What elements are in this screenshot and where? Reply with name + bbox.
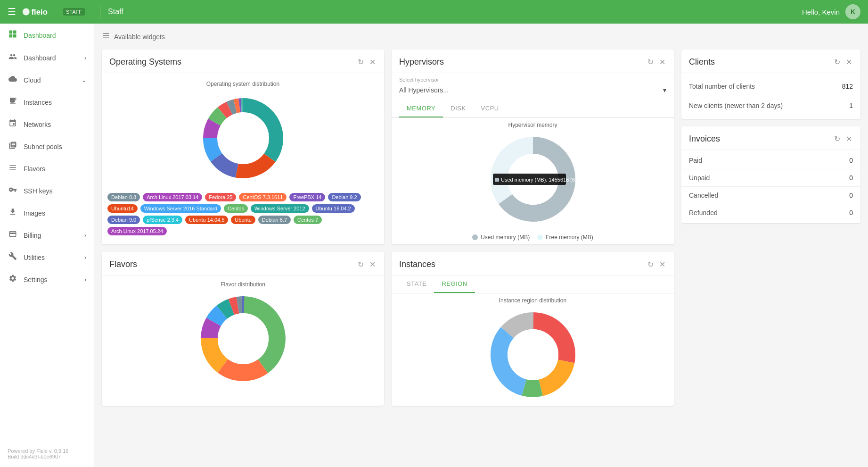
os-tag: Centos: [224, 204, 248, 213]
sidebar-item-subnet-pools[interactable]: Subnet pools: [0, 135, 94, 158]
legend-used-dot: [472, 234, 478, 240]
navbar-title: Staff: [108, 8, 123, 16]
os-tags-container: Debian 8.8 Arch Linux 2017.03.14 Fedora …: [102, 189, 384, 241]
invoices-widget-header: Invoices ↻ ✕: [681, 126, 860, 150]
select-label: Select hypervisor: [399, 77, 666, 83]
invoices-refresh-button[interactable]: ↻: [833, 134, 841, 144]
instances-close-button[interactable]: ✕: [658, 260, 666, 269]
os-widget-title: Operating Systems: [109, 57, 357, 67]
os-widget-body: Operating system distribution: [102, 73, 384, 189]
instances-donut-chart: [481, 308, 585, 402]
instances-widget-actions: ↻ ✕: [647, 260, 666, 269]
billing-arrow: ›: [84, 232, 86, 239]
tab-disk[interactable]: DISK: [443, 100, 473, 117]
invoice-cancelled-value: 0: [849, 192, 853, 199]
legend-free-label: Free memory (MB): [546, 234, 593, 241]
clients-refresh-button[interactable]: ↻: [833, 58, 841, 67]
select-value: All Hypervisors...: [399, 86, 449, 94]
menu-icon[interactable]: ☰: [8, 6, 16, 17]
instances-widget-header: Instances ↻ ✕: [392, 252, 674, 275]
os-tag: CentOS 7.3.1611: [239, 193, 287, 201]
hypervisors-refresh-button[interactable]: ↻: [647, 58, 655, 67]
flavors-widget-body: Flavor distribution: [102, 275, 384, 392]
widgets-bar-icon: [102, 31, 110, 42]
instances-refresh-button[interactable]: ↻: [647, 260, 655, 269]
sidebar-label-clients: Dashboard: [24, 54, 56, 62]
tab-state[interactable]: STATE: [399, 275, 434, 293]
svg-text:fleio: fleio: [32, 8, 48, 17]
legend-free-dot: [537, 234, 543, 240]
tab-vcpu[interactable]: VCPU: [474, 100, 507, 117]
clients-arrow: ›: [84, 55, 86, 61]
navbar-divider: [100, 5, 100, 19]
clients-grid: Total number of clients 812 New clients …: [681, 73, 860, 119]
tab-memory[interactable]: MEMORY: [399, 100, 443, 117]
hypervisors-widget: Hypervisors ↻ ✕ Select hypervisor All Hy…: [392, 50, 674, 244]
os-tag: Windows Server 2016 Standard: [140, 204, 221, 213]
invoices-close-button[interactable]: ✕: [845, 134, 853, 144]
sidebar-label-ssh: SSH keys: [24, 187, 52, 195]
sidebar-label-settings: Settings: [24, 276, 48, 284]
svg-point-0: [23, 8, 30, 16]
cloud-arrow: ⌄: [82, 77, 86, 83]
hypervisors-close-button[interactable]: ✕: [658, 58, 666, 67]
os-refresh-button[interactable]: ↻: [357, 58, 365, 67]
sidebar-item-images[interactable]: Images: [0, 202, 94, 224]
invoice-row-paid: Paid 0: [681, 152, 860, 169]
flavors-widget-actions: ↻ ✕: [357, 260, 377, 269]
clients-total-label: Total number of clients: [689, 83, 755, 90]
invoice-refunded-label: Refunded: [689, 209, 718, 217]
os-tag: Debian 9.0: [107, 216, 140, 224]
images-icon: [8, 208, 18, 218]
flavors-chart-container: Flavor distribution: [107, 279, 378, 388]
invoice-refunded-value: 0: [849, 209, 853, 217]
clients-widget-actions: ↻ ✕: [833, 58, 853, 67]
avatar[interactable]: K: [845, 4, 860, 19]
instances-icon: [8, 97, 18, 108]
hyperv-donut-chart: Used memory (MB): 1455616 (65%): [481, 132, 585, 226]
svg-point-13: [220, 115, 267, 162]
clients-icon: [8, 52, 18, 63]
ssh-icon: [8, 185, 18, 196]
sidebar-item-utilities[interactable]: Utilities ›: [0, 246, 94, 268]
footer-line2: Build 3dc4d3f-b0e6907: [8, 454, 86, 459]
sidebar-item-ssh-keys[interactable]: SSH keys: [0, 180, 94, 202]
sidebar-label-utilities: Utilities: [24, 254, 45, 261]
svg-point-35: [508, 329, 558, 380]
os-tag: FreePBX 14: [289, 193, 325, 201]
user-greeting: Hello, Kevin: [802, 8, 840, 16]
invoice-row-refunded: Refunded 0: [681, 204, 860, 221]
sidebar-item-networks[interactable]: Networks: [0, 113, 94, 135]
hypervisor-select-area: Select hypervisor All Hypervisors... ▾: [392, 73, 674, 100]
sidebar-item-flavors[interactable]: Flavors: [0, 158, 94, 180]
os-tag: Windows Server 2012: [251, 204, 309, 213]
tab-region[interactable]: REGION: [434, 275, 475, 293]
sidebar-item-billing[interactable]: Billing ›: [0, 224, 94, 246]
flavors-close-button[interactable]: ✕: [368, 260, 377, 269]
invoice-row-unpaid: Unpaid 0: [681, 169, 860, 187]
clients-close-button[interactable]: ✕: [845, 58, 853, 67]
os-widget-header: Operating Systems ↻ ✕: [102, 50, 384, 73]
hypervisors-widget-header: Hypervisors ↻ ✕: [392, 50, 674, 73]
logo-svg: fleio: [22, 5, 61, 18]
sidebar-item-settings[interactable]: Settings ›: [0, 268, 94, 291]
hypervisors-widget-actions: ↻ ✕: [647, 58, 666, 67]
instances-tab-bar: STATE REGION: [392, 275, 674, 293]
legend-free-memory: Free memory (MB): [537, 234, 593, 241]
sidebar-item-clients-users[interactable]: Dashboard ›: [0, 47, 94, 69]
os-tag: Debian 9.2: [328, 193, 360, 201]
sidebar-item-cloud[interactable]: Cloud ⌄: [0, 69, 94, 91]
os-chart-title: Operating system distribution: [206, 81, 279, 87]
os-close-button[interactable]: ✕: [368, 58, 377, 67]
sidebar-label-cloud: Cloud: [24, 76, 41, 84]
sidebar-item-dashboard[interactable]: Dashboard: [0, 24, 94, 47]
sidebar-item-instances[interactable]: Instances: [0, 91, 94, 113]
flavors-refresh-button[interactable]: ↻: [357, 260, 365, 269]
cloud-icon: [8, 75, 18, 85]
os-tag: Ubuntu: [231, 216, 255, 224]
dashboard-grid: Operating Systems ↻ ✕ Operating system d…: [102, 50, 860, 406]
hyperv-donut-wrapper: Used memory (MB): 1455616 (65%): [399, 132, 666, 226]
hypervisor-select-box[interactable]: All Hypervisors... ▾: [399, 84, 666, 96]
instances-widget: Instances ↻ ✕ STATE REGION Instance regi…: [392, 252, 674, 406]
flavors-widget-header: Flavors ↻ ✕: [102, 252, 384, 275]
